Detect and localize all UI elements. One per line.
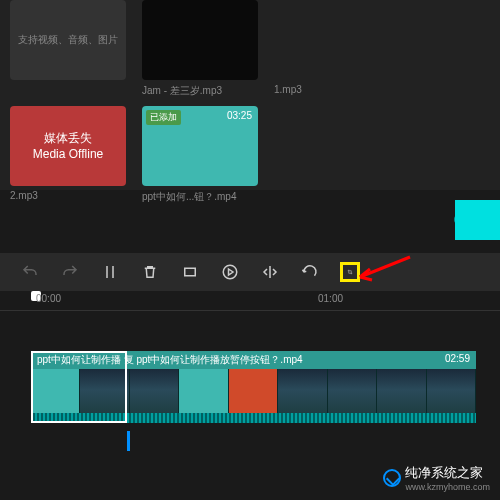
media-label: 1.mp3 — [274, 84, 390, 95]
undo-button[interactable] — [20, 262, 40, 282]
crop-button[interactable] — [340, 262, 360, 282]
offline-cn: 媒体丢失 — [44, 130, 92, 146]
media-item-offline[interactable]: 媒体丢失 Media Offline 2.mp3 — [10, 106, 126, 204]
rotate-button[interactable] — [300, 262, 320, 282]
timeline-toolbar — [0, 253, 500, 291]
watermark-url: www.kzmyhome.com — [405, 482, 490, 492]
duration-label: 03:25 — [227, 110, 252, 121]
watermark: 纯净系统之家 www.kzmyhome.com — [383, 464, 490, 492]
media-label: 2.mp3 — [10, 190, 126, 201]
ruler-tick: 01:00 — [318, 293, 343, 304]
thumb-black — [142, 0, 258, 80]
media-row-1: 支持视频、音频、图片 Jam - 差三岁.mp3 1.mp3 — [10, 0, 490, 98]
svg-rect-0 — [185, 268, 196, 276]
waveform — [31, 413, 476, 423]
media-item-import[interactable]: 支持视频、音频、图片 — [10, 0, 126, 98]
media-label: Jam - 差三岁.mp3 — [142, 84, 258, 98]
watermark-icon — [383, 469, 401, 487]
watermark-name: 纯净系统之家 — [405, 464, 490, 482]
svg-point-1 — [223, 265, 237, 279]
clip-thumbs — [31, 369, 476, 421]
mirror-button[interactable] — [260, 262, 280, 282]
offline-en: Media Offline — [33, 146, 103, 162]
import-hint: 支持视频、音频、图片 — [10, 0, 126, 80]
speed-button[interactable] — [220, 262, 240, 282]
clip-duration: 02:59 — [445, 353, 470, 367]
media-item-audio-2[interactable]: 1.mp3 — [274, 0, 390, 98]
media-offline-thumb: 媒体丢失 Media Offline — [10, 106, 126, 186]
timeline-ruler[interactable]: 00:00 01:00 — [0, 291, 500, 311]
ruler-tick: 00:00 — [36, 293, 61, 304]
clip-title: ppt中如何让制作播 复 ppt中如何让制作播放暂停按钮？.mp4 — [37, 353, 303, 367]
video-clip[interactable]: ppt中如何让制作播 复 ppt中如何让制作播放暂停按钮？.mp4 02:59 — [31, 351, 476, 423]
added-badge: 已添加 — [146, 110, 181, 125]
ratio-button[interactable] — [180, 262, 200, 282]
timeline-marker[interactable] — [127, 431, 130, 451]
clip-header: ppt中如何让制作播 复 ppt中如何让制作播放暂停按钮？.mp4 02:59 — [31, 351, 476, 369]
media-item-audio-1[interactable]: Jam - 差三岁.mp3 — [142, 0, 258, 98]
media-label: ppt中如何...钮？.mp4 — [142, 190, 258, 204]
media-panel: 支持视频、音频、图片 Jam - 差三岁.mp3 1.mp3 媒体丢失 Medi… — [0, 0, 500, 190]
preview-timecode: 00:00:0 — [454, 213, 494, 227]
split-button[interactable] — [100, 262, 120, 282]
delete-button[interactable] — [140, 262, 160, 282]
media-item-video[interactable]: 已添加 03:25 ppt中如何...钮？.mp4 — [142, 106, 258, 204]
media-row-2: 媒体丢失 Media Offline 2.mp3 已添加 03:25 ppt中如… — [10, 106, 490, 204]
redo-button[interactable] — [60, 262, 80, 282]
video-thumb: 已添加 03:25 — [142, 106, 258, 186]
